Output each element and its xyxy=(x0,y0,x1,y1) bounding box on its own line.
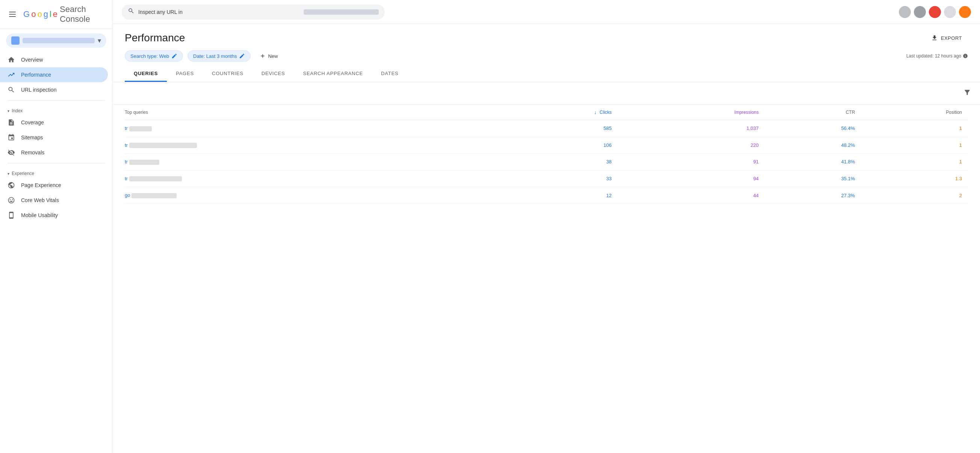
tab-dates[interactable]: DATES xyxy=(372,66,407,82)
tab-search-appearance-label: SEARCH APPEARANCE xyxy=(303,71,363,76)
search-type-filter[interactable]: Search type: Web xyxy=(125,50,183,62)
position-cell: 2 xyxy=(861,187,968,204)
impressions-cell: 1,037 xyxy=(618,120,765,137)
query-cell: tr xyxy=(125,154,503,170)
query-cell: tr xyxy=(125,137,503,154)
tab-dates-label: DATES xyxy=(381,71,398,76)
sidebar-item-coverage-label: Coverage xyxy=(21,119,44,126)
file-icon xyxy=(8,119,15,126)
sidebar-item-removals[interactable]: Removals xyxy=(0,145,108,160)
avatar-2[interactable] xyxy=(914,6,926,18)
avatar-group xyxy=(899,6,971,18)
sidebar-item-performance-label: Performance xyxy=(21,72,51,78)
sidebar-item-coverage[interactable]: Coverage xyxy=(0,115,108,130)
new-filter-button[interactable]: New xyxy=(255,51,282,61)
impressions-cell: 94 xyxy=(618,170,765,187)
query-cell: tr xyxy=(125,170,503,187)
trending-up-icon xyxy=(8,71,15,78)
avatar-5[interactable] xyxy=(959,6,971,18)
chart-area xyxy=(113,82,980,105)
tab-search-appearance[interactable]: SEARCH APPEARANCE xyxy=(294,66,372,82)
sidebar-item-mobile-usability[interactable]: Mobile Usability xyxy=(0,208,108,223)
sidebar-item-sitemaps[interactable]: Sitemaps xyxy=(0,130,108,145)
tab-pages-label: PAGES xyxy=(176,71,194,76)
nav-divider-1 xyxy=(8,100,105,101)
ctr-cell: 35.1% xyxy=(765,170,861,187)
clicks-cell: 106 xyxy=(503,137,617,154)
col-header-clicks[interactable]: ↓ Clicks xyxy=(503,105,617,120)
new-filter-label: New xyxy=(268,53,278,59)
sidebar-item-page-experience[interactable]: Page Experience xyxy=(0,178,108,193)
ctr-cell: 48.2% xyxy=(765,137,861,154)
query-cell: tr xyxy=(125,120,503,137)
property-icon xyxy=(11,37,19,45)
tab-countries[interactable]: COUNTRIES xyxy=(203,66,253,82)
last-updated-text: Last updated: 12 hours ago xyxy=(906,53,961,59)
avatar-1[interactable] xyxy=(899,6,911,18)
search-type-label: Search type: Web xyxy=(130,53,169,59)
sidebar-item-sitemaps-label: Sitemaps xyxy=(21,135,43,140)
sidebar-item-core-web-vitals-label: Core Web Vitals xyxy=(21,197,59,203)
export-button[interactable]: EXPORT xyxy=(925,32,968,45)
col-ctr-label: CTR xyxy=(846,110,855,115)
position-cell: 1 xyxy=(861,137,968,154)
queries-table: Top queries ↓ Clicks Impressions xyxy=(125,105,968,204)
sort-arrow-icon: ↓ xyxy=(594,109,597,115)
tab-queries[interactable]: QUERIES xyxy=(125,66,167,82)
page-header: Performance EXPORT Search type: Web Date… xyxy=(113,24,980,82)
ctr-cell: 27.3% xyxy=(765,187,861,204)
search-bar[interactable]: Inspect any URL in xyxy=(122,5,385,19)
impressions-cell: 220 xyxy=(618,137,765,154)
impressions-cell: 44 xyxy=(618,187,765,204)
nav-divider-2 xyxy=(8,163,105,164)
sidebar-item-overview[interactable]: Overview xyxy=(0,52,108,67)
table-row[interactable]: tr 389141.8%1 xyxy=(125,154,968,170)
col-impressions-label: Impressions xyxy=(734,110,759,115)
date-label: Date: Last 3 months xyxy=(193,53,237,59)
gauge-icon xyxy=(8,196,15,204)
sidebar-item-url-inspection[interactable]: URL inspection xyxy=(0,82,108,97)
position-cell: 1 xyxy=(861,120,968,137)
table-row[interactable]: tr 339435.1%1.3 xyxy=(125,170,968,187)
sitemap-icon xyxy=(8,134,15,141)
sidebar-item-performance[interactable]: Performance xyxy=(0,67,108,82)
remove-eye-icon xyxy=(8,149,15,156)
clicks-cell: 585 xyxy=(503,120,617,137)
tab-devices[interactable]: DEVICES xyxy=(253,66,294,82)
table-filter-icon[interactable] xyxy=(964,89,971,98)
query-cell: go xyxy=(125,187,503,204)
col-header-position[interactable]: Position xyxy=(861,105,968,120)
property-name xyxy=(22,38,95,43)
page-title-row: Performance EXPORT xyxy=(125,32,968,50)
content-area: Top queries ↓ Clicks Impressions xyxy=(113,82,980,453)
google-logo: Google Search Console xyxy=(23,5,107,24)
date-filter[interactable]: Date: Last 3 months xyxy=(188,50,251,62)
sidebar-header: Google Search Console xyxy=(0,0,112,29)
url-inspect-input-label[interactable]: Inspect any URL in xyxy=(138,9,300,15)
table-row[interactable]: go 124427.3%2 xyxy=(125,187,968,204)
col-header-queries[interactable]: Top queries xyxy=(125,105,503,120)
chevron-down-icon: ▾ xyxy=(98,37,101,45)
tab-pages[interactable]: PAGES xyxy=(167,66,203,82)
col-header-ctr[interactable]: CTR xyxy=(765,105,861,120)
table-row[interactable]: tr 10622048.2%1 xyxy=(125,137,968,154)
table-body: tr 5851,03756.4%1tr 10622048.2%1tr 38914… xyxy=(125,120,968,204)
main-content: Inspect any URL in Performance EXPORT xyxy=(113,0,980,453)
url-domain-blurred xyxy=(304,10,379,15)
sidebar-item-overview-label: Overview xyxy=(21,57,43,63)
export-label: EXPORT xyxy=(941,35,962,41)
table-header-row: Top queries ↓ Clicks Impressions xyxy=(125,105,968,120)
ctr-cell: 41.8% xyxy=(765,154,861,170)
sidebar-item-page-experience-label: Page Experience xyxy=(21,182,61,188)
avatar-4[interactable] xyxy=(944,6,956,18)
clicks-cell: 33 xyxy=(503,170,617,187)
property-selector[interactable]: ▾ xyxy=(6,33,107,48)
col-header-impressions[interactable]: Impressions xyxy=(618,105,765,120)
tab-countries-label: COUNTRIES xyxy=(212,71,243,76)
table-row[interactable]: tr 5851,03756.4%1 xyxy=(125,120,968,137)
avatar-3[interactable] xyxy=(929,6,941,18)
sidebar-item-core-web-vitals[interactable]: Core Web Vitals xyxy=(0,193,108,208)
impressions-cell: 91 xyxy=(618,154,765,170)
hamburger-icon[interactable] xyxy=(6,9,19,20)
table-container: Top queries ↓ Clicks Impressions xyxy=(113,105,980,204)
